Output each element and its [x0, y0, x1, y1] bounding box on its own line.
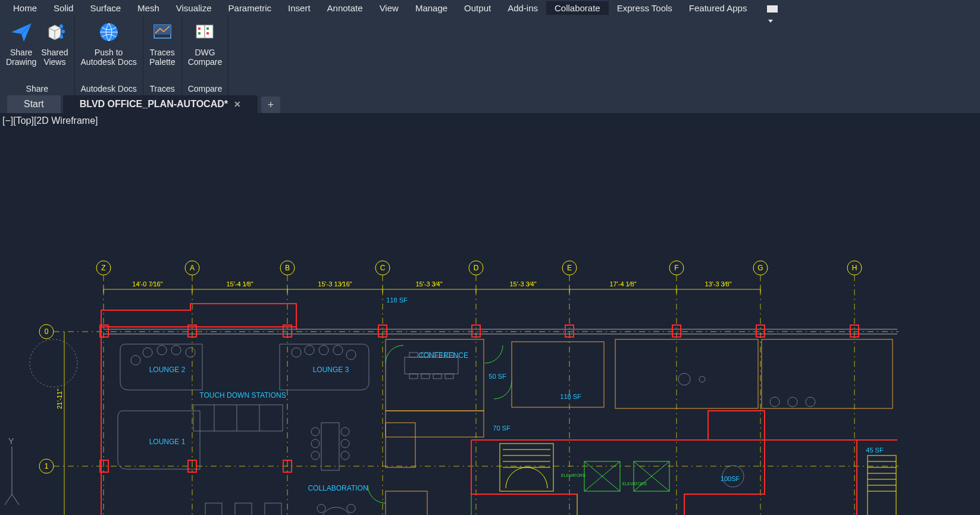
menu-mesh[interactable]: Mesh	[129, 1, 168, 15]
menu-express-tools[interactable]: Express Tools	[609, 1, 681, 15]
svg-text:21'-11": 21'-11"	[56, 389, 63, 409]
svg-text:0: 0	[45, 327, 49, 336]
svg-rect-78	[512, 342, 604, 407]
svg-rect-122	[205, 503, 222, 515]
svg-text:118 SF: 118 SF	[386, 296, 408, 304]
svg-rect-140	[409, 352, 418, 357]
cube-share-icon	[42, 19, 68, 45]
svg-point-127	[311, 439, 320, 448]
shared-views-button[interactable]: Shared Views	[39, 18, 70, 82]
svg-point-112	[186, 348, 195, 357]
svg-line-178	[12, 494, 19, 505]
svg-point-133	[317, 504, 325, 513]
panel-label: Share	[4, 82, 71, 95]
svg-point-149	[788, 397, 797, 407]
svg-point-131	[341, 451, 349, 460]
button-label: Traces	[150, 48, 175, 57]
svg-rect-147	[445, 374, 453, 379]
button-label: Share	[10, 48, 32, 57]
document-tab-bar: Start BLVD OFFICE_PLAN-AUTOCAD* ✕ +	[0, 95, 980, 113]
svg-rect-8	[198, 27, 201, 30]
svg-text:15'-3 13⁄16": 15'-3 13⁄16"	[318, 280, 352, 288]
menu-solid[interactable]: Solid	[45, 1, 82, 15]
compare-icon	[192, 19, 218, 45]
svg-text:15'-4 1⁄8": 15'-4 1⁄8"	[226, 280, 253, 288]
svg-rect-76	[386, 339, 484, 411]
menu-collaborate[interactable]: Collaborate	[546, 1, 609, 15]
svg-point-114	[305, 345, 314, 355]
drawing-viewport[interactable]: [−][Top][2D Wireframe] Z A B C D E	[0, 113, 980, 515]
svg-rect-81	[386, 491, 427, 515]
push-to-docs-button[interactable]: Push to Autodesk Docs	[79, 18, 139, 82]
svg-text:14'-0 7⁄16": 14'-0 7⁄16"	[132, 280, 162, 288]
svg-point-111	[171, 345, 181, 355]
svg-text:TOUCH DOWN STATIONS: TOUCH DOWN STATIONS	[199, 391, 286, 399]
svg-rect-123	[235, 503, 252, 515]
button-label: Views	[43, 57, 65, 67]
elevators	[382, 461, 669, 515]
svg-point-126	[311, 427, 320, 436]
svg-rect-10	[206, 27, 209, 30]
door-swings	[368, 345, 512, 503]
svg-point-117	[346, 350, 356, 360]
svg-text:LOUNGE 1: LOUNGE 1	[149, 438, 186, 446]
ribbon: Share Drawing Shared Views Share	[0, 15, 980, 95]
tab-start[interactable]: Start	[7, 95, 61, 113]
svg-text:Y: Y	[8, 436, 14, 446]
button-label: Compare	[188, 57, 223, 67]
svg-point-152	[699, 376, 705, 382]
square-icon	[767, 5, 778, 13]
svg-text:ELEVATORS: ELEVATORS	[561, 473, 586, 477]
traces-palette-button[interactable]: Traces Palette	[147, 18, 178, 82]
svg-point-128	[311, 451, 320, 460]
paper-plane-icon	[8, 19, 35, 45]
close-icon[interactable]: ✕	[234, 99, 241, 109]
svg-text:G: G	[757, 264, 763, 272]
tab-file-label: BLVD OFFICE_PLAN-AUTOCAD*	[80, 99, 228, 110]
menu-overflow-button[interactable]	[759, 2, 775, 13]
column-grid-bubbles: Z A B C D E F G H	[96, 261, 862, 275]
svg-text:50 SF: 50 SF	[489, 373, 506, 380]
share-drawing-button[interactable]: Share Drawing	[4, 18, 39, 82]
svg-rect-83	[386, 423, 415, 467]
svg-point-134	[347, 504, 355, 513]
ribbon-panel-compare: DWG Compare Compare	[182, 15, 229, 95]
svg-rect-146	[433, 374, 442, 379]
tab-file[interactable]: BLVD OFFICE_PLAN-AUTOCAD* ✕	[63, 95, 258, 113]
ribbon-panel-traces: Traces Palette Traces	[143, 15, 182, 95]
dwg-compare-button[interactable]: DWG Compare	[186, 18, 225, 82]
svg-point-148	[770, 397, 779, 407]
menu-visualize[interactable]: Visualize	[168, 1, 220, 15]
panel-label: Autodesk Docs	[79, 82, 139, 95]
menu-view[interactable]: View	[371, 1, 407, 15]
svg-point-115	[319, 345, 328, 355]
svg-text:ELEVATORS: ELEVATORS	[622, 482, 647, 486]
svg-point-116	[333, 345, 343, 355]
svg-point-130	[341, 439, 349, 448]
exterior-walls	[100, 304, 897, 515]
svg-text:A: A	[190, 264, 195, 272]
button-label: Palette	[149, 57, 176, 67]
menu-addins[interactable]: Add-ins	[499, 1, 546, 15]
menu-parametric[interactable]: Parametric	[220, 1, 280, 15]
menu-output[interactable]: Output	[456, 1, 499, 15]
menu-surface[interactable]: Surface	[82, 1, 129, 15]
menu-insert[interactable]: Insert	[280, 1, 319, 15]
new-tab-button[interactable]: +	[261, 96, 280, 113]
menu-home[interactable]: Home	[5, 1, 45, 15]
drawing-canvas[interactable]: Z A B C D E F G H 0 1 14'-0 7⁄16" 15'-4	[0, 113, 980, 515]
svg-rect-124	[265, 503, 281, 515]
svg-text:70 SF: 70 SF	[493, 425, 511, 432]
furniture	[30, 339, 815, 515]
menu-featured-apps[interactable]: Featured Apps	[681, 1, 756, 15]
menu-manage[interactable]: Manage	[407, 1, 456, 15]
dimension-chain-top: 14'-0 7⁄16" 15'-4 1⁄8" 15'-3 13⁄16" 15'-…	[104, 280, 760, 293]
menu-annotate[interactable]: Annotate	[319, 1, 371, 15]
svg-text:C: C	[380, 264, 386, 272]
button-label: DWG	[195, 48, 215, 57]
button-label: Drawing	[6, 57, 36, 67]
svg-text:13'-3 3⁄8": 13'-3 3⁄8"	[705, 280, 731, 288]
svg-rect-5	[154, 25, 171, 35]
partitions	[386, 339, 893, 515]
ucs-icon[interactable]: Y	[5, 436, 19, 505]
